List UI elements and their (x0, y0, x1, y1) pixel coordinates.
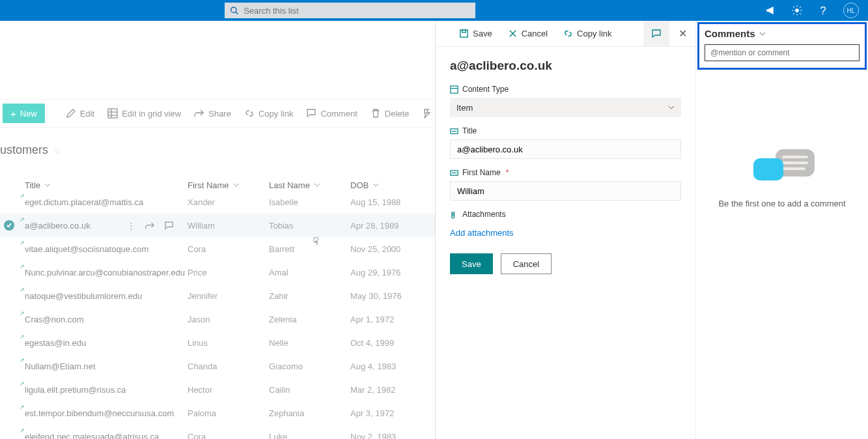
suite-bar: ? HL (0, 0, 868, 21)
link-icon (244, 108, 255, 119)
share-mark-icon: ↗ (20, 287, 25, 293)
panel-body: a@aclibero.co.uk Content Type Item Title… (436, 47, 695, 286)
col-firstname[interactable]: First Name (188, 180, 269, 190)
cell-dob: Aug 15, 1988 (350, 197, 428, 207)
favorite-icon[interactable]: ☆ (53, 145, 62, 156)
svg-point-2 (796, 9, 799, 12)
comment-icon (651, 29, 662, 39)
automate-icon (422, 108, 432, 119)
avatar[interactable]: HL (843, 3, 859, 18)
col-lastname[interactable]: Last Name (269, 180, 350, 190)
label-contenttype: Content Type (450, 85, 681, 94)
cell-dob: Mar 2, 1982 (350, 385, 428, 395)
row-share-icon[interactable] (145, 221, 155, 231)
cell-firstname: Cora (188, 432, 269, 440)
cell-dob: Aug 29, 1976 (350, 268, 428, 277)
search-input[interactable] (244, 6, 470, 16)
cell-dob: Oct 4, 1999 (350, 338, 428, 348)
delete-button[interactable]: Delete (364, 99, 416, 128)
cell-title: natoque@vestibulumlorem.edu (25, 291, 188, 301)
panel-close-button[interactable]: ✕ (669, 27, 695, 40)
comment-icon (306, 108, 316, 119)
row-comment-icon[interactable] (164, 221, 174, 231)
panel-save-button[interactable]: Save (453, 21, 499, 47)
copylink-button[interactable]: Copy link (238, 99, 300, 128)
row-check-icon[interactable] (4, 220, 14, 231)
add-attachments-link[interactable]: Add attachments (450, 228, 514, 238)
cell-dob: Nov 2, 1983 (350, 432, 428, 440)
svg-point-0 (231, 7, 236, 12)
list-title-text: ustomers (0, 143, 48, 157)
cell-title: eleifend.nec.malesuada@atrisus.ca (25, 432, 188, 440)
cell-dob: Apr 1, 1972 (350, 315, 428, 324)
cell-lastname: Zephania (269, 408, 350, 418)
firstname-input[interactable] (450, 181, 681, 201)
share-button[interactable]: Share (188, 99, 238, 128)
panel-cancel-button[interactable]: Cancel (501, 21, 554, 47)
cell-firstname: Hector (188, 385, 269, 395)
comments-toggle[interactable] (643, 21, 669, 46)
firstname-icon (450, 169, 458, 177)
share-mark-icon: ↗ (20, 380, 25, 387)
megaphone-icon[interactable] (765, 5, 777, 16)
col-title[interactable]: Title (25, 180, 188, 190)
contenttype-icon (450, 85, 458, 94)
item-title: a@aclibero.co.uk (450, 59, 681, 73)
title-input[interactable] (450, 139, 681, 159)
form-cancel-button[interactable]: Cancel (501, 253, 552, 274)
form-save-button[interactable]: Save (450, 253, 493, 274)
cell-title: vitae.aliquet@sociisnatoque.com (25, 244, 188, 254)
list-title: ustomers ☆ (0, 143, 62, 157)
comment-button[interactable]: Comment (300, 99, 363, 128)
col-dob[interactable]: DOB (350, 180, 428, 190)
cell-dob: Aug 4, 1983 (350, 361, 428, 371)
cell-lastname: Nelle (269, 338, 350, 348)
help-icon[interactable]: ? (817, 5, 829, 16)
cell-firstname: Linus (188, 338, 269, 348)
required-mark: * (506, 168, 509, 177)
share-mark-icon: ↗ (20, 310, 25, 317)
comment-input[interactable] (705, 44, 860, 61)
cell-lastname: Isabelle (269, 197, 350, 207)
contenttype-select[interactable]: Item (450, 98, 681, 117)
cell-firstname: Paloma (188, 408, 269, 418)
share-mark-icon: ↗ (20, 216, 25, 223)
new-button[interactable]: + New (3, 104, 45, 123)
label-firstname: First Name* (450, 168, 681, 177)
share-icon (194, 108, 204, 119)
cell-lastname: Zahir (269, 291, 350, 301)
close-icon (508, 29, 518, 38)
share-mark-icon: ↗ (20, 404, 25, 410)
cell-firstname: Jennifer (188, 291, 269, 301)
edit-button[interactable]: Edit (59, 99, 101, 128)
chevron-down-icon (372, 182, 379, 188)
cell-lastname: Giacomo (269, 361, 350, 371)
comments-empty: Be the first one to add a comment (696, 71, 868, 439)
title-icon (450, 127, 458, 135)
cell-title: Nullam@Etiam.net (25, 361, 188, 371)
search-box[interactable] (225, 3, 475, 18)
svg-rect-8 (462, 30, 466, 33)
item-panel: Save Cancel Copy link ✕ a@aclibero.co.uk (435, 21, 868, 439)
cell-title: egestas@in.edu (25, 338, 188, 348)
cell-lastname: Tobias (269, 221, 350, 231)
svg-rect-3 (108, 109, 117, 118)
attachment-icon (450, 210, 458, 219)
cell-dob: May 30, 1976 (350, 291, 428, 301)
panel-copylink-button[interactable]: Copy link (557, 21, 618, 47)
comments-pane: Comments Be the first one to add a comme… (695, 21, 868, 439)
share-mark-icon: ↗ (20, 333, 25, 340)
suite-right: ? HL (765, 3, 868, 18)
grid-edit-button[interactable]: Edit in grid view (101, 99, 188, 128)
gear-icon[interactable] (791, 5, 803, 16)
comments-empty-text: Be the first one to add a comment (718, 199, 845, 208)
chevron-down-icon (233, 182, 240, 188)
cell-lastname: Zelenia (269, 315, 350, 324)
comments-heading[interactable]: Comments (705, 28, 860, 39)
cell-title: est.tempor.bibendum@neccursusa.com (25, 408, 188, 418)
cell-firstname: William (188, 221, 269, 231)
cell-firstname: Jason (188, 315, 269, 324)
row-more-icon[interactable]: ⋮ (127, 221, 136, 231)
cell-title: eget.dictum.placerat@mattis.ca (25, 197, 188, 207)
cell-dob: Nov 25, 2000 (350, 244, 428, 254)
